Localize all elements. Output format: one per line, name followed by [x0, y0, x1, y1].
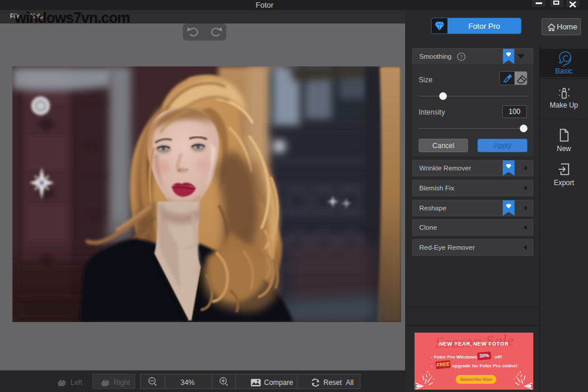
svg-text:?: ?	[460, 54, 463, 60]
